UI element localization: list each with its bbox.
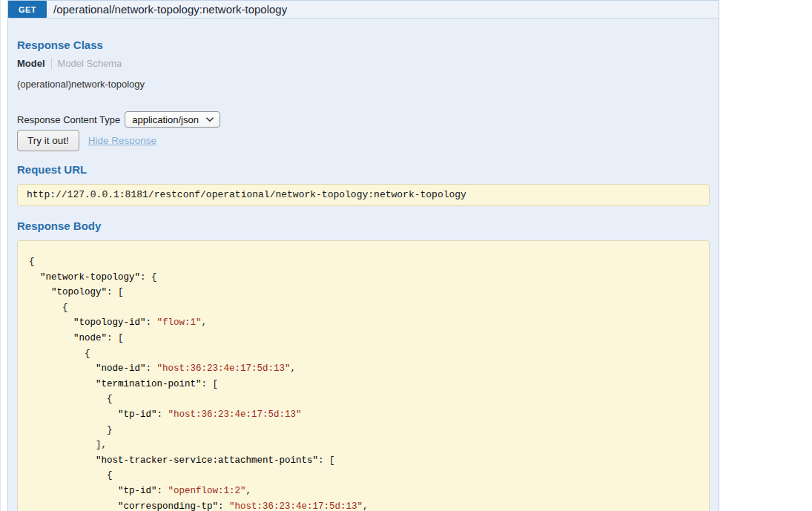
actions-row: Try it out! Hide Response [17,130,710,151]
tab-model[interactable]: Model [17,58,45,69]
response-body-heading: Response Body [17,220,710,232]
operation-content: Response Class Model Model Schema (opera… [8,39,719,511]
tab-divider [51,58,52,69]
request-url-heading: Request URL [17,163,710,176]
hide-response-link[interactable]: Hide Response [88,135,156,146]
content-type-label: Response Content Type [17,114,120,125]
response-body-code: { "network-topology": { "topology": [ { … [17,240,710,511]
try-it-out-button[interactable]: Try it out! [17,130,79,151]
page-left-border [0,0,1,511]
content-type-row: Response Content Type application/json [17,111,710,128]
model-tabs: Model Model Schema [17,58,710,69]
chevron-down-icon [206,117,214,122]
content-type-select[interactable]: application/json [125,111,220,128]
operation-path[interactable]: /operational/network-topology:network-to… [47,1,287,18]
operation-heading-toggle[interactable]: GET /operational/network-topology:networ… [8,1,719,19]
model-signature: (operational)network-topology [17,79,710,90]
swagger-operation-panel: GET /operational/network-topology:networ… [7,0,719,511]
http-method-badge[interactable]: GET [8,1,47,18]
tab-model-schema[interactable]: Model Schema [58,58,122,69]
request-url-value: http://127.0.0.1:8181/restconf/operation… [17,184,710,206]
content-type-selected-value: application/json [132,114,199,125]
response-class-heading: Response Class [17,39,710,51]
